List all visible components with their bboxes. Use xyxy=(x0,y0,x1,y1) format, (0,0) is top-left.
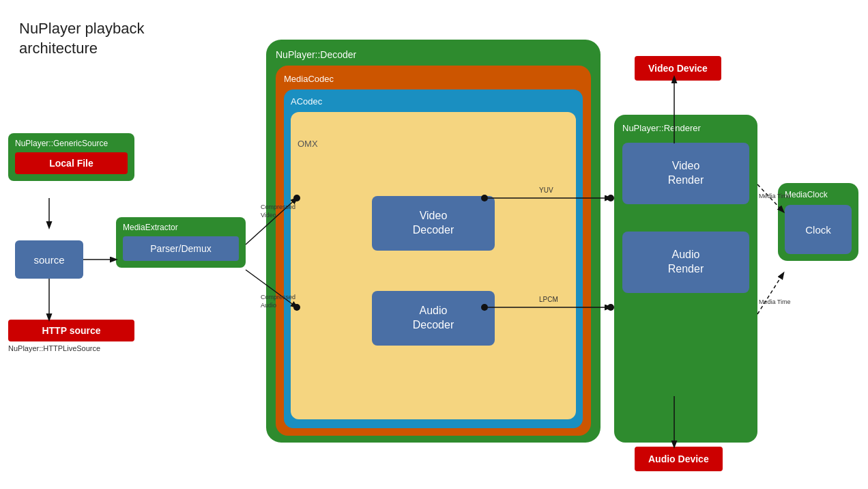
video-device-button[interactable]: Video Device xyxy=(635,56,721,81)
svg-text:Media Time: Media Time xyxy=(759,298,791,305)
mediacodec-label: MediaCodec xyxy=(284,74,583,84)
audio-render-button[interactable]: AudioRender xyxy=(622,232,749,293)
acodec-box: ACodec OMX VideoDecoder AudioDecoder xyxy=(284,89,583,428)
clock-button[interactable]: Clock xyxy=(785,205,852,254)
nuplayer-renderer-label: NuPlayer::Renderer xyxy=(622,123,749,133)
http-source-button[interactable]: HTTP source xyxy=(8,320,134,341)
video-decoder-button[interactable]: VideoDecoder xyxy=(372,196,495,251)
mediacodec-box: MediaCodec ACodec OMX VideoDecoder Audio… xyxy=(276,66,591,436)
media-extractor-box: MediaExtractor Parser/Demux xyxy=(116,217,246,268)
mediaclock-box: MediaClock Clock xyxy=(778,183,858,261)
mediaclock-label: MediaClock xyxy=(785,190,852,199)
video-render-button[interactable]: VideoRender xyxy=(622,143,749,204)
omx-label: OMX xyxy=(298,139,318,149)
media-extractor-label: MediaExtractor xyxy=(123,223,239,232)
page-title: NuPlayer playback architecture xyxy=(19,19,144,58)
audio-decoder-button[interactable]: AudioDecoder xyxy=(372,291,495,346)
svg-point-15 xyxy=(607,195,614,201)
acodec-label: ACodec xyxy=(291,96,576,107)
source-box: source xyxy=(15,240,83,279)
nuplayer-decoder-label: NuPlayer::Decoder xyxy=(276,49,591,60)
local-file-button[interactable]: Local File xyxy=(15,152,128,174)
http-live-label: NuPlayer::HTTPLiveSource xyxy=(8,344,134,352)
generic-source-label: NuPlayer::GenericSource xyxy=(15,139,128,148)
omx-box: OMX VideoDecoder AudioDecoder xyxy=(291,112,576,419)
svg-point-18 xyxy=(607,304,614,311)
audio-device-button[interactable]: Audio Device xyxy=(635,447,723,471)
http-source-box: HTTP source NuPlayer::HTTPLiveSource xyxy=(8,320,134,352)
nuplayer-renderer-box: NuPlayer::Renderer VideoRender AudioRend… xyxy=(614,115,757,443)
parser-demux-button[interactable]: Parser/Demux xyxy=(123,236,239,261)
nuplayer-decoder-box: NuPlayer::Decoder MediaCodec ACodec OMX … xyxy=(266,40,601,443)
generic-source-box: NuPlayer::GenericSource Local File xyxy=(8,133,134,181)
svg-line-23 xyxy=(757,273,783,314)
